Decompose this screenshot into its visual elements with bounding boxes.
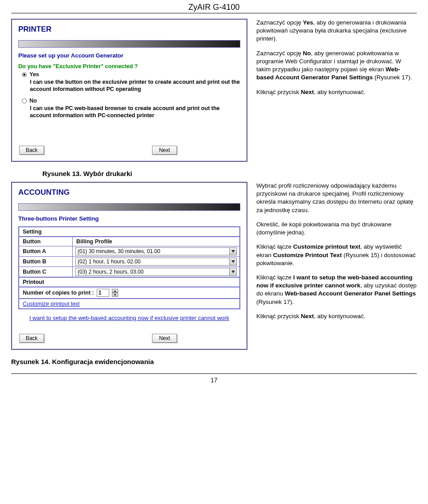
text: Kliknąć przycisk	[256, 89, 301, 95]
page-number: 17	[11, 373, 417, 388]
figure-13-caption: Rysunek 13. Wybór drukarki	[42, 170, 417, 177]
text: Zaznaczyć opcję	[256, 50, 303, 57]
text-bold: Web-based Account Generator Panel Settin…	[285, 290, 416, 297]
chevron-down-icon	[229, 248, 236, 255]
section-printer: PRINTER Please set up your Account Gener…	[11, 19, 417, 162]
radio-yes[interactable]: Yes	[22, 71, 240, 78]
text: , aby kontynuować.	[314, 313, 366, 320]
button-c-select[interactable]: (03) 2 hours, 2 hours, 03.00	[75, 268, 237, 276]
radio-no[interactable]: No	[22, 98, 240, 104]
chevron-down-icon	[229, 268, 236, 275]
text: Wybrać profil rozliczeniowy odpowiadając…	[256, 182, 417, 214]
page-title: ZyAIR G-4100	[11, 0, 417, 13]
accounting-heading: Three-buttons Printer Setting	[18, 215, 240, 222]
radio-yes-desc: I can use the button on the exclusive pr…	[30, 78, 240, 93]
accounting-screen-title: ACCOUNTING	[18, 188, 240, 197]
radio-no-desc: I can use the PC web-based browser to cr…	[30, 105, 240, 119]
text: Kliknąć łącze	[256, 274, 293, 281]
setup-web-accounting-link[interactable]: I want to setup the web-based accounting…	[29, 315, 230, 321]
text-bold: Customize Printout Text	[273, 252, 342, 258]
back-button[interactable]: Back	[19, 146, 44, 155]
text-bold: No	[303, 50, 311, 57]
chevron-up-icon	[112, 289, 118, 293]
printer-question: Do you have "Exclusive Printer" connecte…	[18, 63, 240, 70]
accounting-screenshot: ACCOUNTING Three-buttons Printer Setting…	[11, 182, 247, 350]
copies-row: Number of copies to print : 1	[19, 287, 240, 299]
accounting-instructions: Wybrać profil rozliczeniowy odpowiadając…	[256, 182, 417, 350]
text: Zaznaczyć opcję	[256, 19, 303, 26]
decorative-bar	[18, 40, 240, 48]
button-b-select[interactable]: (02) 1 hour, 1 hours, 02.00	[75, 258, 237, 266]
next-button[interactable]: Next	[152, 146, 177, 155]
table-row: Button A (01) 30 minutes, 30 minutes, 01…	[19, 246, 240, 257]
text-bold: Yes	[303, 19, 313, 26]
table-row: Button C (03) 2 hours, 2 hours, 03.00	[19, 267, 240, 277]
customize-printout-link[interactable]: Customize printout text	[23, 301, 80, 307]
select-value: (02) 1 hour, 1 hours, 02.00	[76, 258, 229, 265]
chevron-down-icon	[229, 258, 236, 265]
button-c-label: Button C	[19, 267, 73, 277]
select-value: (03) 2 hours, 2 hours, 03.00	[76, 269, 229, 275]
button-b-label: Button B	[19, 257, 73, 267]
radio-yes-label: Yes	[29, 71, 39, 78]
text-bold: Next	[301, 89, 314, 95]
select-value: (01) 30 minutes, 30 minutes, 01.00	[76, 248, 229, 254]
text: Kliknąć przycisk	[256, 313, 301, 320]
radio-icon	[22, 98, 27, 103]
next-button[interactable]: Next	[152, 334, 177, 343]
table-row: Button B (02) 1 hour, 1 hours, 02.00	[19, 257, 240, 267]
text-bold: Customize printout text	[293, 243, 361, 250]
copies-label: Number of copies to print :	[23, 290, 94, 296]
printout-header: Printout	[19, 277, 240, 287]
printer-screen-title: PRINTER	[18, 25, 240, 34]
radio-no-label: No	[29, 98, 37, 104]
printer-screenshot: PRINTER Please set up your Account Gener…	[11, 19, 247, 162]
text-bold: Next	[301, 313, 314, 320]
settings-table: Setting Button Billing Profile Button A …	[18, 226, 240, 309]
button-a-select[interactable]: (01) 30 minutes, 30 minutes, 01.00	[75, 247, 237, 255]
copies-input[interactable]: 1	[97, 289, 109, 297]
figure-14-caption: Rysunek 14. Konfiguracja ewidencjonowani…	[11, 358, 417, 365]
customize-link-row: Customize printout text	[19, 299, 240, 309]
text: Określić, ile kopii pokwitowania ma być …	[256, 221, 417, 237]
col-profile: Billing Profile	[73, 237, 240, 246]
text: , aby kontynuować.	[314, 89, 366, 95]
copies-spinner[interactable]	[112, 289, 118, 297]
printer-instructions: Zaznaczyć opcję Yes, aby do generowania …	[256, 19, 417, 162]
text: (Rysunek 17).	[373, 74, 412, 81]
text: Kliknąć łącze	[256, 243, 293, 250]
decorative-bar	[18, 203, 240, 211]
section-accounting: ACCOUNTING Three-buttons Printer Setting…	[11, 182, 417, 350]
setting-header: Setting	[19, 227, 240, 237]
button-a-label: Button A	[19, 246, 73, 257]
radio-icon	[22, 72, 27, 77]
chevron-down-icon	[112, 293, 118, 297]
col-button: Button	[19, 237, 73, 246]
printer-heading: Please set up your Account Generator	[18, 52, 240, 59]
back-button[interactable]: Back	[19, 334, 44, 343]
text: (Rysunek 17).	[256, 299, 294, 305]
